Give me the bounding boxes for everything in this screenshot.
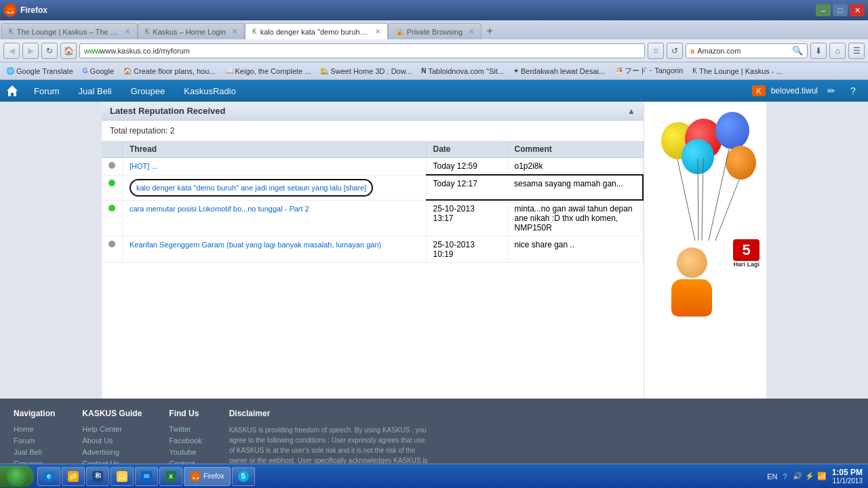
tab-close-1[interactable]: ✕ xyxy=(125,28,130,35)
edit-profile-icon[interactable]: ✏ xyxy=(823,83,840,99)
tab-close-3[interactable]: ✕ xyxy=(375,28,380,35)
tangorin-icon: 🍜 xyxy=(614,67,623,75)
tab-bar: K The Lounge | Kaskus – The Largest In..… xyxy=(0,20,868,39)
tab-3[interactable]: K kalo denger kata "demo buruh" ane j...… xyxy=(245,23,388,39)
maximize-button[interactable]: □ xyxy=(833,4,848,16)
thread-link-2[interactable]: kalo denger kata "demo buruh" ane jadi i… xyxy=(136,184,366,192)
footer-findus: Find Us Twitter Facebook Youtube Contact xyxy=(169,409,201,464)
footer-link-aboutus[interactable]: About Us xyxy=(82,436,142,445)
bookmark-berdakwah[interactable]: ✦ Berdakwah lewat Desai... xyxy=(511,66,608,76)
reputation-table: Thread Date Comment [HOT] ... Today 12:5… xyxy=(102,141,644,263)
bookmark-sweethome[interactable]: 🏡 Sweet Home 3D : Dow... xyxy=(317,66,414,76)
footer-link-youtube[interactable]: Youtube xyxy=(169,448,201,456)
url-bar[interactable]: www.www.kaskus.co.id/myforum xyxy=(79,43,645,58)
bookmark-thelounge[interactable]: K The Lounge | Kaskus - ... xyxy=(690,66,785,76)
thread-link-4[interactable]: Kearifan Segenggem Garam (buat yang lagi… xyxy=(130,241,381,249)
taskbar-excel[interactable]: X xyxy=(159,467,182,486)
bookmark-keigo[interactable]: 📖 Keigo, the Complete ... xyxy=(222,66,314,76)
search-icon[interactable]: 🔍 xyxy=(792,45,803,56)
close-button[interactable]: ✕ xyxy=(850,4,865,16)
help-tray-icon: ? xyxy=(783,472,787,481)
start-button[interactable] xyxy=(0,466,34,487)
row-date-4: 25-10-201310:19 xyxy=(426,237,507,263)
clock-display: 1:05 PM 11/1/2013 xyxy=(832,468,863,485)
thread-link-1[interactable]: [HOT] ... xyxy=(130,162,158,170)
home-nav-icon[interactable]: ⌂ xyxy=(829,43,846,59)
countdown-badge: 5 Hari Lagi xyxy=(733,239,760,268)
footer-link-advertising[interactable]: Advertising xyxy=(82,448,142,456)
bookmark-label-keigo: Keigo, the Complete ... xyxy=(235,67,311,75)
taskbar-explorer[interactable]: 📁 xyxy=(62,467,85,486)
table-row: [HOT] ... Today 12:59 o1p2i8k xyxy=(102,158,643,176)
menu-icon[interactable]: ☰ xyxy=(848,43,865,59)
bookmark-label-floor: Create floor plans, hou... xyxy=(134,67,215,75)
taskbar-ie[interactable]: e xyxy=(37,467,60,486)
footer-guide: KASKUS Guide Help Center About Us Advert… xyxy=(82,409,142,464)
forward-button[interactable]: ▶ xyxy=(22,43,39,59)
taskbar-firefox-active[interactable]: 🦊 Firefox xyxy=(184,467,231,486)
bookmark-label-gtranslate: Google Translate xyxy=(16,67,73,75)
refresh-icon[interactable]: ↺ xyxy=(667,43,683,59)
bookmark-tabloidnova[interactable]: N Tabloidnova.com "Sit... xyxy=(418,66,507,76)
row-comment-1: o1p2i8k xyxy=(507,158,643,176)
ie-icon: e xyxy=(43,471,54,482)
tab-close-4[interactable]: ✕ xyxy=(469,28,474,35)
tab-label-3: kalo denger kata "demo buruh" ane j... xyxy=(260,28,369,36)
tab-2[interactable]: K Kaskus – Home Login ✕ xyxy=(138,23,245,39)
amazon-icon: a xyxy=(690,47,694,55)
nav-forum[interactable]: Forum xyxy=(24,80,69,102)
footer-link-facebook[interactable]: Facebook xyxy=(169,436,201,445)
bookmark-tangorin[interactable]: 🍜 フード・Tangorin xyxy=(612,65,686,77)
thread-link-3[interactable]: cara memutar posisi Lokomotif bo...no tu… xyxy=(130,205,309,213)
character-head xyxy=(677,247,707,278)
downloads-icon[interactable]: ⬇ xyxy=(810,43,827,59)
minimize-button[interactable]: – xyxy=(816,4,831,16)
reload-button[interactable]: ↻ xyxy=(41,43,58,59)
row-indicator-3 xyxy=(102,200,123,237)
blue-balloon xyxy=(715,112,749,149)
bookmark-google-translate[interactable]: 🌐 Google Translate xyxy=(3,66,76,76)
search-bar[interactable]: a Amazon.com 🔍 xyxy=(686,43,808,58)
tab-close-2[interactable]: ✕ xyxy=(232,28,237,35)
nav-jualbeli[interactable]: Jual Beli xyxy=(69,80,121,102)
footer-link-forum[interactable]: Forum xyxy=(14,436,55,445)
bookmark-label-google: Google xyxy=(90,67,114,75)
berdakwah-icon: ✦ xyxy=(513,67,519,75)
footer-link-helpcenter[interactable]: Help Center xyxy=(82,425,142,433)
bookmark-floorplans[interactable]: 🏠 Create floor plans, hou... xyxy=(121,66,218,76)
help-icon[interactable]: ? xyxy=(845,83,861,99)
collapse-arrow-icon[interactable]: ▲ xyxy=(627,106,635,116)
back-button[interactable]: ◀ xyxy=(3,43,20,59)
tab-favicon-3: K xyxy=(252,28,257,35)
taskbar-skype[interactable]: S xyxy=(232,467,255,486)
kaskus-nav-bar: Forum Jual Beli Groupee KaskusRadio K be… xyxy=(0,80,868,102)
taskbar: e 📁 和 🗂 ✉ X 🦊 Firefox S xyxy=(0,464,868,488)
nav-groupee[interactable]: Groupee xyxy=(121,80,175,102)
row-thread-4: Kearifan Segenggem Garam (buat yang lagi… xyxy=(123,237,427,263)
new-tab-button[interactable]: + xyxy=(481,23,498,39)
lightblue-balloon xyxy=(682,139,714,174)
firefox-taskbar-icon: 🦊 xyxy=(190,471,201,482)
taskbar-word[interactable]: 和 xyxy=(86,467,109,486)
skype-icon: S xyxy=(238,471,249,482)
home-icon xyxy=(5,84,19,98)
total-rep-label: Total reputation: 2 xyxy=(110,126,174,136)
tab-4-private[interactable]: 🔒 Private Browsing ✕ xyxy=(388,23,482,39)
bookmark-star-icon[interactable]: ☆ xyxy=(648,43,664,59)
footer-link-twitter[interactable]: Twitter xyxy=(169,425,201,433)
bookmark-google[interactable]: G Google xyxy=(80,66,117,76)
taskbar-folder[interactable]: 🗂 xyxy=(111,467,134,486)
kaskus-bookmark-icon: K xyxy=(692,67,697,75)
col-thread-header: Thread xyxy=(123,141,427,158)
tab-favicon-1: K xyxy=(9,28,14,35)
tab-1[interactable]: K The Lounge | Kaskus – The Largest In..… xyxy=(1,23,138,39)
home-button[interactable]: 🏠 xyxy=(60,43,77,59)
taskbar-outlook[interactable]: ✉ xyxy=(135,467,158,486)
nav-kaskusradio[interactable]: KaskusRadio xyxy=(174,80,245,102)
footer-disclaimer-col: Disclaimer KASKUS is providing freedom o… xyxy=(229,409,433,464)
kaskus-home-button[interactable] xyxy=(0,80,24,102)
gray-dot-icon xyxy=(108,162,115,169)
footer-link-home[interactable]: Home xyxy=(14,425,55,433)
kaskus-character xyxy=(668,247,715,322)
footer-link-jualbeli[interactable]: Jual Beli xyxy=(14,448,55,456)
